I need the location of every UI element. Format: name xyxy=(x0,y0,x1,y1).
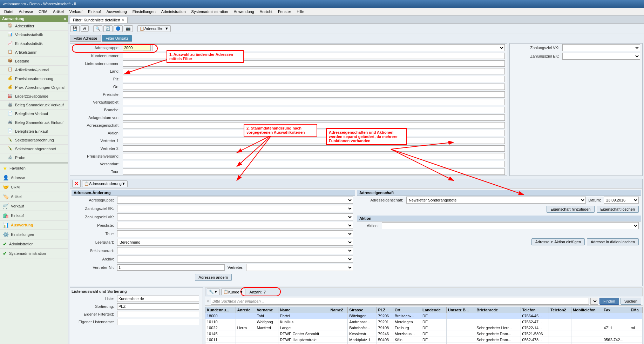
adressgruppe-input[interactable] xyxy=(123,45,151,51)
zahlungsziel-vk-select[interactable] xyxy=(562,44,640,51)
menu-hilfe[interactable]: Hilfe xyxy=(294,9,307,14)
sidebar-item-verkaufsstatistik[interactable]: 📊 Verkaufsstatistik xyxy=(0,31,68,39)
adressgruppe-select[interactable] xyxy=(152,44,505,51)
liste-input[interactable] xyxy=(117,296,199,302)
search-column-select[interactable] xyxy=(590,298,598,305)
sidebar-item-beleg-sammeldruck-vk[interactable]: 🖨️ Beleg Sammeldruck Verkauf xyxy=(0,101,68,110)
versandart-input[interactable] xyxy=(123,161,505,167)
sidebar-nav-einkauf[interactable]: 🛍️ Einkauf xyxy=(0,211,68,220)
aa-sektsteuerart-select[interactable] xyxy=(117,247,353,254)
result-dropdown-btn[interactable]: 🔧▼ xyxy=(207,289,220,295)
menu-einkauf[interactable]: Einkauf xyxy=(85,9,104,14)
menu-datei[interactable]: Datei xyxy=(1,9,16,14)
menu-fenster[interactable]: Fenster xyxy=(275,9,294,14)
sidebar-item-sektsteuer-abgerechnet[interactable]: 🍾 Sektsteuer abgerechnet xyxy=(0,145,68,153)
sidebar-nav-artikel[interactable]: 🏷️ Artikel xyxy=(0,192,68,201)
sidebar-nav-favoriten[interactable]: ★ Favoriten xyxy=(0,164,68,173)
sidebar-item-artikelkonto[interactable]: 📋 Artikelkonto/-journal xyxy=(0,66,68,74)
vertreter1-input[interactable] xyxy=(123,138,505,144)
sortierung-input[interactable] xyxy=(117,303,199,310)
sidebar-nav-adresse[interactable]: 👤 Adresse xyxy=(0,173,68,183)
aa-leergutart-select[interactable]: Berechnung xyxy=(117,239,353,246)
menu-ansicht[interactable]: Ansicht xyxy=(257,9,275,14)
lieferantennummer-input[interactable] xyxy=(123,60,505,67)
aktion-input[interactable] xyxy=(123,130,505,136)
filter-tab-adresse[interactable]: Filter Adresse xyxy=(70,35,101,42)
aa-adressgruppe-select[interactable] xyxy=(117,197,353,204)
aa-zahlungsziel-ek-select[interactable] xyxy=(117,205,353,212)
toolbar-save-btn[interactable]: 💾 xyxy=(70,25,80,32)
sidebar-item-beleglisten-vk[interactable]: 📄 Beleglisten Verkauf xyxy=(0,110,68,118)
menu-administration[interactable]: Administration xyxy=(158,9,189,14)
zahlungsziel-ek-select[interactable] xyxy=(562,53,640,60)
menu-crm[interactable]: CRM xyxy=(36,9,50,14)
aa-archiv-select[interactable] xyxy=(117,256,353,263)
verkaufsgebiet-input[interactable] xyxy=(123,99,505,105)
anlagedatum-input[interactable] xyxy=(123,114,505,121)
ae-datum-select[interactable]: 23.09.2016 xyxy=(604,197,639,204)
adresseigenschaft-input[interactable] xyxy=(123,122,505,128)
adressen-aendern-btn[interactable]: Adressen ändern xyxy=(195,274,232,281)
table-row[interactable]: 10022HerrnManfredLangeBahnhofst...79108F… xyxy=(205,325,643,331)
table-row[interactable]: 10011REWE HauptzentraleMarktplatz 150403… xyxy=(205,337,643,343)
ae-adresseigenschaft-select[interactable]: Newsletter Sonderangebote xyxy=(406,197,586,204)
tab-close-icon[interactable]: ✕ xyxy=(122,18,124,22)
sidebar-nav-administration[interactable]: ✔ Administration xyxy=(0,239,68,249)
table-row[interactable]: 10110WolfgangKubillusAndreasst...79291Me… xyxy=(205,319,643,325)
branche-input[interactable] xyxy=(123,107,505,113)
table-row[interactable]: 10145REWE Center SchmidtKesslerstr...792… xyxy=(205,331,643,337)
sidebar-item-artikelstamm[interactable]: 📋 Artikelstamm xyxy=(0,48,68,57)
suchen-btn[interactable]: Suchen xyxy=(621,298,641,305)
toolbar-search-btn[interactable]: 🔍 xyxy=(93,25,102,32)
toolbar-refresh-btn[interactable]: 🔄 xyxy=(103,25,113,32)
finden-btn[interactable]: Finden xyxy=(599,298,619,305)
aa-vertreter-select[interactable] xyxy=(246,264,353,271)
sidebar-item-probe[interactable]: 🔬 Probe xyxy=(0,153,68,162)
menu-verkauf[interactable]: Verkauf xyxy=(67,9,85,14)
toolbar-print-btn[interactable]: 🖨 xyxy=(81,25,89,32)
aa-tour-select[interactable] xyxy=(117,230,353,237)
table-row[interactable]: 18000TobiEhrtelBötzinger...79206Breisach… xyxy=(205,313,643,319)
adresse-in-aktion-loeschen-btn[interactable]: Adresse in Aktion löschen xyxy=(587,238,639,245)
vertreter2-input[interactable] xyxy=(123,145,505,152)
sidebar-item-beleg-sammeldruck-ek[interactable]: 🖨️ Beleg Sammeldruck Einkauf xyxy=(0,118,68,127)
tab-filter-kundenliste[interactable]: Filter: Kundenliste detailliert ✕ xyxy=(70,17,128,23)
sidebar-item-einkaufsstatistik[interactable]: 📈 Einkaufsstatistik xyxy=(0,39,68,48)
sidebar-item-adressfilter[interactable]: 🏠 Adressfilter xyxy=(0,22,68,31)
sidebar-item-beleglisten-ek[interactable]: 📄 Beleglisten Einkauf xyxy=(0,127,68,136)
result-table-btn[interactable]: 📋 Kunde ▼ xyxy=(221,289,245,295)
listenname-input[interactable] xyxy=(117,319,199,325)
plz-input[interactable] xyxy=(123,76,505,82)
sidebar-nav-einstellungen[interactable]: ⚙️ Einstellungen xyxy=(0,230,68,239)
search-close-icon[interactable]: ✕ xyxy=(206,299,209,303)
sidebar-nav-systemadmin[interactable]: ✔ Systemadministration xyxy=(0,249,68,258)
preislistenversand-input[interactable] xyxy=(123,153,505,159)
toolbar-adressfilter-btn[interactable]: 📋 Adressfilter ▼ xyxy=(137,25,171,32)
preisliste-input[interactable] xyxy=(123,91,505,98)
filtertext-input[interactable] xyxy=(117,311,199,317)
sidebar-item-lagerzzu[interactable]: 🏭 Lagerzzu-/abgänge xyxy=(0,92,68,101)
sidebar-item-prov-abrechnungen[interactable]: 💰 Prov.-Abrechnungen Original xyxy=(0,83,68,92)
sidebar-nav-verkauf[interactable]: 🛒 Verkauf xyxy=(0,201,68,211)
aa-zahlungsziel-vk-select[interactable] xyxy=(117,213,353,220)
eigenschaft-hinzufuegen-btn[interactable]: Eigenschaft hinzufügen xyxy=(547,206,594,213)
filter-tab-umsatz[interactable]: Filter Umsatz xyxy=(102,35,132,42)
toolbar-camera-btn[interactable]: 📷 xyxy=(124,25,133,32)
sidebar-nav-crm[interactable]: 🤝 CRM xyxy=(0,183,68,192)
menu-auswertung[interactable]: Auswertung xyxy=(104,9,130,14)
aa-preisliste-select[interactable] xyxy=(117,222,353,229)
sidebar-nav-auswertung[interactable]: 📊 Auswertung xyxy=(0,220,68,230)
ort-input[interactable] xyxy=(123,84,505,90)
aa-vertreter-nr-input[interactable] xyxy=(117,264,225,271)
sidebar-item-sektsteuerabrechnung[interactable]: 🍾 Sektsteuerabrechnung xyxy=(0,136,68,145)
menu-anwendung[interactable]: Anwendung xyxy=(231,9,257,14)
sidebar-item-bestand[interactable]: 📦 Bestand xyxy=(0,57,68,66)
sidebar-item-provisionsabrechnung[interactable]: 💰 Provisionsabrechnung xyxy=(0,74,68,83)
adresse-in-aktion-einfuegen-btn[interactable]: Adresse in Aktion einfügen xyxy=(531,238,585,245)
menu-einstellungen[interactable]: Einstellungen xyxy=(130,9,158,14)
ae-aktion-select[interactable] xyxy=(382,222,639,229)
adressaenderung-btn[interactable]: 📋 Adressenänderung ▼ xyxy=(82,180,128,187)
eigenschaft-loeschen-btn[interactable]: Eigenschaft löschen xyxy=(597,206,639,213)
menu-artikel[interactable]: Artikel xyxy=(50,9,67,14)
toolbar-filter-btn[interactable]: 🔵 xyxy=(114,25,123,32)
